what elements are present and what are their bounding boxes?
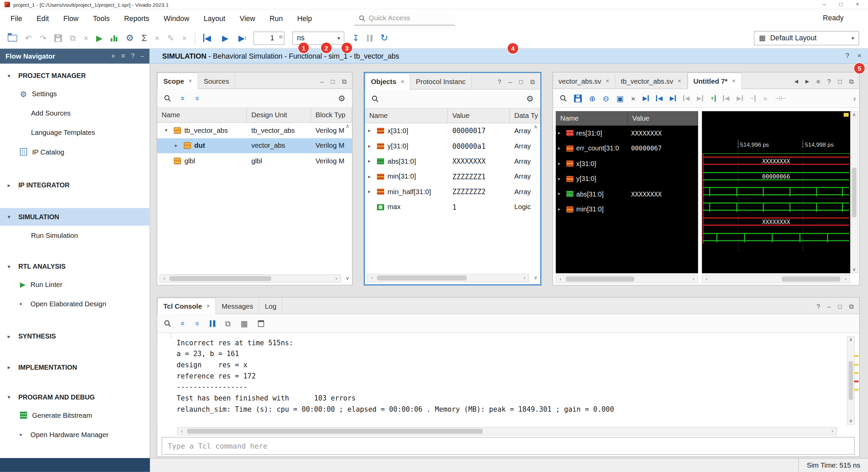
nav-item-run-simulation[interactable]: Run Simulation [0, 226, 150, 245]
scroll-up-icon[interactable]: ∧ [849, 337, 853, 343]
console-output[interactable]: Incorrect res at time 515ns: a = 23, b =… [157, 337, 846, 426]
layout-select[interactable]: ▦ Default Layout ▾ [754, 31, 859, 45]
swap-cursor-icon[interactable]: ⊣⊢ [775, 95, 786, 102]
menu-tools[interactable]: Tools [86, 12, 117, 25]
scroll-thumb[interactable] [187, 429, 482, 434]
expand-toggle-icon[interactable]: ≡ [121, 53, 125, 59]
clear-time-icon[interactable]: ⊗ [278, 34, 283, 39]
scroll-up-icon[interactable]: ∧ [346, 124, 349, 129]
next-tab-icon[interactable]: ▶ [805, 79, 809, 84]
search-icon[interactable] [164, 320, 171, 327]
wave-bus-y[interactable] [703, 203, 849, 211]
error-marker[interactable] [854, 381, 859, 382]
search-icon[interactable] [372, 95, 379, 102]
horizontal-scrollbar[interactable]: ‹ › [367, 274, 529, 282]
nav-item-ip-catalog[interactable]: IP Catalog [0, 142, 150, 162]
scroll-right-icon[interactable]: › [828, 429, 836, 434]
close-tab-icon[interactable]: × [206, 303, 210, 309]
scroll-down-icon[interactable]: ∨ [534, 275, 538, 281]
table-row[interactable]: ▸ min_half[31:0] ZZZZZZZ2 Array [365, 184, 540, 200]
close-tab-icon[interactable]: × [401, 79, 405, 85]
close-tab-icon[interactable]: × [189, 78, 192, 84]
chevron-down-icon[interactable]: ▾ [165, 128, 171, 133]
pause-output-icon[interactable] [210, 320, 215, 327]
tab-tb-vector-abs-sv[interactable]: tb_vector_abs.sv × [615, 74, 687, 88]
undo-icon[interactable]: ↶ [25, 34, 32, 42]
tab-vector-abs-sv[interactable]: vector_abs.sv × [553, 74, 615, 88]
table-row[interactable]: max 1 Logic [365, 200, 540, 215]
prev-transition-icon[interactable]: ◀ [656, 95, 663, 101]
minimize-panel-icon[interactable]: – [827, 304, 831, 310]
horizontal-scrollbar[interactable]: ‹ › [177, 427, 837, 435]
restart-sim-icon[interactable]: ◀ [203, 34, 211, 42]
horizontal-scrollbar[interactable]: ‹ › [159, 274, 341, 283]
run-for-time-icon[interactable]: ▶t [238, 34, 246, 42]
chevron-right-icon[interactable]: ▸ [368, 144, 374, 149]
settings-gear-icon[interactable]: ⚙ [338, 94, 346, 102]
chevron-right-icon[interactable]: ▸ [175, 143, 180, 148]
nav-item-generate-bitstream[interactable]: Generate Bitstream [0, 406, 150, 425]
nav-section-synthesis[interactable]: ▸ SYNTHESIS [0, 328, 150, 345]
tab-untitled-7[interactable]: Untitled 7* × [687, 73, 742, 89]
tab-scope[interactable]: Scope × [157, 73, 198, 89]
scroll-thumb[interactable] [170, 276, 271, 281]
scroll-thumb[interactable] [782, 276, 840, 282]
scroll-left-icon[interactable]: ‹ [178, 429, 186, 434]
wave-bus-abs[interactable]: XXXXXXXX [703, 218, 849, 226]
chevron-right-icon[interactable]: ▸ [558, 131, 564, 136]
close-tab-icon[interactable]: × [732, 78, 736, 84]
nav-item-open-elaborated-design[interactable]: ▸ Open Elaborated Design [0, 294, 150, 314]
warning-marker[interactable] [854, 364, 859, 366]
close-simulation-icon[interactable]: × [857, 53, 861, 59]
wave-bus-err-count[interactable]: 00000066 [703, 172, 849, 180]
zoom-in-icon[interactable]: ⊕ [589, 94, 595, 102]
horizontal-scrollbar[interactable]: ‹ › [556, 275, 698, 283]
expand-all-icon[interactable]: » [194, 96, 201, 100]
minimize-panel-icon[interactable]: – [508, 79, 512, 85]
float-panel-icon[interactable]: ⧉ [342, 78, 347, 85]
menu-reports[interactable]: Reports [117, 12, 157, 25]
nav-item-open-hardware-manager[interactable]: ▸ Open Hardware Manager [0, 425, 150, 444]
column-data-type[interactable]: Data Ty [510, 108, 540, 123]
wave-bus-min[interactable] [703, 233, 849, 241]
scroll-right-icon[interactable]: › [842, 276, 850, 282]
minimize-panel-icon[interactable]: – [140, 53, 144, 59]
goto-time-icon[interactable]: ▶ [643, 95, 649, 101]
scroll-thumb[interactable] [377, 275, 467, 281]
wave-signal-row[interactable]: ▸abs[31:0] XXXXXXXX [556, 186, 698, 202]
settings-gear-icon[interactable]: ⚙ [126, 34, 134, 42]
chevron-right-icon[interactable]: ▸ [558, 176, 564, 181]
discard-icon[interactable]: × [182, 34, 187, 42]
nav-section-simulation[interactable]: ▾ SIMULATION [0, 208, 150, 226]
chevron-right-icon[interactable]: ▸ [368, 189, 374, 194]
chevron-right-icon[interactable]: ▸ [368, 159, 374, 164]
step-icon[interactable]: ↧ [352, 34, 359, 42]
run-all-icon[interactable]: ▶ [222, 34, 229, 42]
close-tab-icon[interactable]: × [677, 78, 681, 84]
prev-marker-icon[interactable]: ◀ [723, 95, 730, 101]
save-waveform-icon[interactable] [574, 94, 582, 102]
help-icon[interactable]: ? [827, 78, 831, 85]
close-tab-icon[interactable]: × [606, 78, 609, 84]
collapse-all-icon[interactable]: « [179, 321, 187, 326]
column-name[interactable]: Name [556, 111, 628, 125]
chevron-right-icon[interactable]: ▸ [368, 174, 374, 179]
maximize-panel-icon[interactable]: □ [331, 78, 335, 85]
wave-signal-row[interactable]: ▸min[31:0] [556, 202, 698, 217]
time-unit-select[interactable]: ns ▾ [293, 31, 344, 44]
window-maximize-icon[interactable]: □ [839, 2, 843, 7]
zoom-fit-icon[interactable]: ▣ [616, 94, 624, 102]
chevron-right-icon[interactable]: ▸ [368, 128, 374, 134]
waveform-canvas[interactable]: 514,996 ps 514,998 ps XXXXXXXX 00000066 [702, 111, 850, 273]
nav-section-implementation[interactable]: ▸ IMPLEMENTATION [0, 359, 150, 376]
tab-tcl-console[interactable]: Tcl Console × [157, 297, 216, 314]
scroll-up-icon[interactable]: ∧ [852, 112, 856, 117]
scroll-thumb[interactable] [852, 167, 856, 217]
scroll-left-icon[interactable]: ‹ [368, 275, 376, 281]
nav-item-run-linter[interactable]: ▶ Run Linter [0, 275, 150, 294]
horizontal-scrollbar[interactable]: ‹ › [702, 275, 850, 283]
save-icon[interactable] [54, 34, 62, 42]
scroll-left-icon[interactable]: ‹ [556, 276, 565, 282]
wave-signal-row[interactable]: ▸y[31:0] [556, 171, 698, 186]
remove-cursor-icon[interactable]: × [631, 94, 635, 102]
